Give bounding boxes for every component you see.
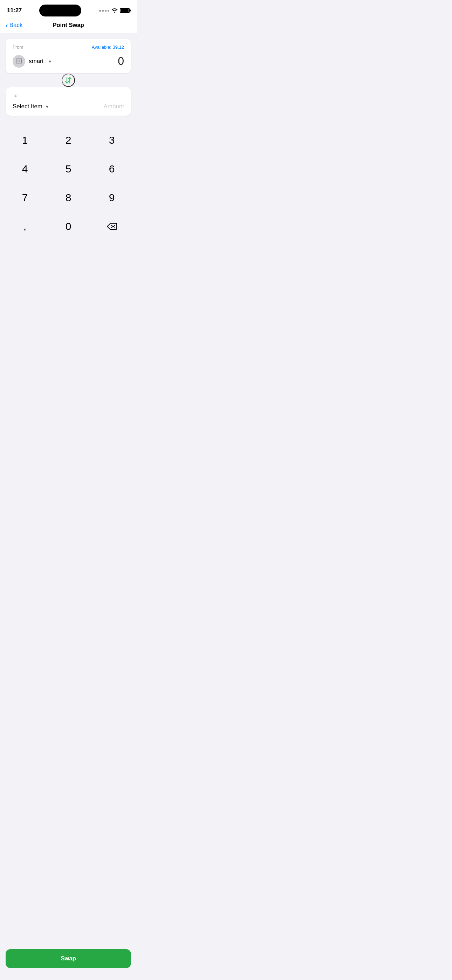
from-amount: 0	[118, 55, 124, 68]
available-balance: Available: 39.12	[92, 45, 124, 50]
account-name: smart	[29, 58, 44, 65]
main-content: From Available: 39.12 smart ▾ 0	[0, 33, 137, 116]
key-2[interactable]: 2	[47, 126, 90, 154]
signal-icon	[99, 10, 109, 11]
svg-rect-0	[16, 59, 22, 63]
from-card-row: smart ▾ 0	[13, 55, 124, 68]
battery-icon	[120, 8, 130, 13]
to-label: To	[13, 93, 18, 98]
key-5[interactable]: 5	[47, 155, 90, 183]
key-7[interactable]: 7	[3, 184, 46, 212]
key-comma[interactable]: ,	[3, 212, 46, 240]
wifi-icon	[111, 8, 118, 14]
keypad-area: 1 2 3 4 5 6 7 8 9 , 0	[0, 119, 137, 247]
key-delete[interactable]	[91, 212, 133, 240]
to-card-header: To	[13, 93, 124, 98]
to-amount-placeholder: Amount	[103, 103, 124, 110]
key-6[interactable]: 6	[91, 155, 133, 183]
key-0[interactable]: 0	[47, 212, 90, 240]
key-9[interactable]: 9	[91, 184, 133, 212]
to-card-row: Select Item ▾ Amount	[13, 103, 124, 110]
from-card: From Available: 39.12 smart ▾ 0	[6, 39, 131, 73]
key-4[interactable]: 4	[3, 155, 46, 183]
account-selector[interactable]: smart ▾	[13, 55, 51, 68]
account-avatar	[13, 55, 25, 68]
select-item-label: Select Item	[13, 103, 42, 110]
page-title: Point Swap	[53, 22, 84, 29]
to-card: To Select Item ▾ Amount	[6, 87, 131, 116]
nav-bar: ‹ Back Point Swap	[0, 19, 137, 33]
swap-direction-button[interactable]	[62, 73, 75, 87]
back-chevron-icon: ‹	[6, 22, 8, 29]
key-8[interactable]: 8	[47, 184, 90, 212]
status-icons	[99, 8, 130, 14]
svg-point-1	[18, 60, 20, 62]
back-button[interactable]: ‹ Back	[6, 22, 22, 29]
key-1[interactable]: 1	[3, 126, 46, 154]
status-bar: 11:27	[0, 0, 137, 19]
from-card-header: From Available: 39.12	[13, 45, 124, 50]
select-item-button[interactable]: Select Item ▾	[13, 103, 48, 110]
back-label: Back	[10, 22, 23, 29]
dynamic-island	[39, 5, 81, 16]
account-chevron-icon: ▾	[49, 59, 51, 64]
status-time: 11:27	[7, 7, 22, 14]
key-3[interactable]: 3	[91, 126, 133, 154]
keypad-grid: 1 2 3 4 5 6 7 8 9 , 0	[3, 126, 133, 240]
from-label: From	[13, 45, 23, 50]
swap-direction-container	[6, 73, 131, 87]
select-item-chevron-icon: ▾	[46, 104, 48, 109]
